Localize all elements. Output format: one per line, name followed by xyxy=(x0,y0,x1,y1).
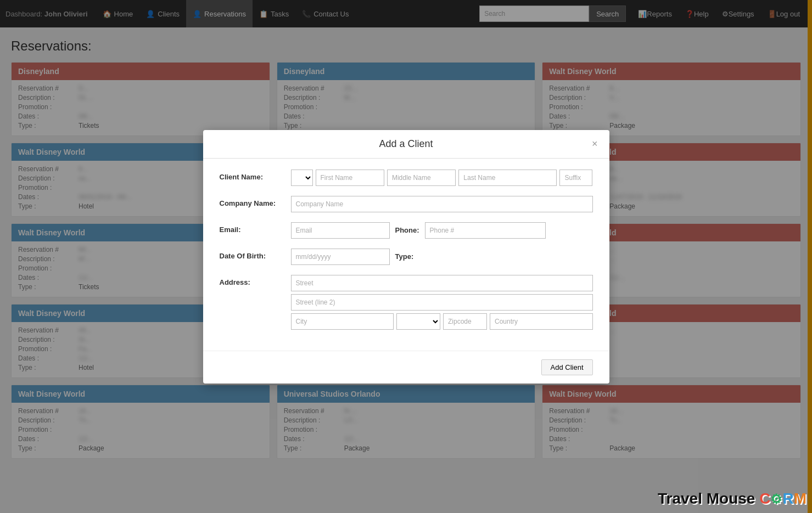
client-name-row: Client Name: Mr. Mrs. Ms. Dr. xyxy=(220,170,593,186)
country-input[interactable] xyxy=(490,313,593,330)
city-input[interactable] xyxy=(291,313,394,330)
modal-header: Add a Client × xyxy=(203,130,609,159)
middle-name-input[interactable] xyxy=(387,170,456,186)
modal-close-button[interactable]: × xyxy=(589,137,601,151)
add-client-button[interactable]: Add Client xyxy=(541,359,593,375)
add-client-modal: Add a Client × Client Name: Mr. Mrs. Ms.… xyxy=(203,130,609,384)
email-phone-row: Email: Phone: xyxy=(220,222,593,239)
type-label: Type: xyxy=(395,252,414,261)
modal-footer: Add Client xyxy=(203,351,609,384)
company-row: Company Name: xyxy=(220,196,593,212)
dob-input[interactable] xyxy=(291,249,390,265)
state-select[interactable]: ALAKAZCA FLNYTX xyxy=(396,313,440,330)
title-select[interactable]: Mr. Mrs. Ms. Dr. xyxy=(291,170,313,186)
last-name-input[interactable] xyxy=(458,170,557,186)
street2-input[interactable] xyxy=(291,294,593,311)
address-row: Address: ALAKAZCA FLNYTX xyxy=(220,275,593,330)
first-name-input[interactable] xyxy=(316,170,384,186)
client-name-label: Client Name: xyxy=(220,170,291,181)
phone-input[interactable] xyxy=(425,222,546,239)
email-phone-fields: Phone: xyxy=(291,222,593,239)
modal-overlay: Add a Client × Client Name: Mr. Mrs. Ms.… xyxy=(0,0,812,470)
city-state-zip-country: ALAKAZCA FLNYTX xyxy=(291,313,593,330)
company-name-input[interactable] xyxy=(291,196,593,212)
dob-type-fields: Type: xyxy=(291,249,593,265)
zip-input[interactable] xyxy=(443,313,487,330)
company-label: Company Name: xyxy=(220,196,291,207)
email-input[interactable] xyxy=(291,222,390,239)
address-label: Address: xyxy=(220,275,291,286)
modal-title: Add a Client xyxy=(379,138,433,150)
street-input[interactable] xyxy=(291,275,593,291)
email-label: Email: xyxy=(220,222,291,234)
suffix-input[interactable] xyxy=(559,170,592,186)
client-name-fields: Mr. Mrs. Ms. Dr. xyxy=(291,170,593,186)
dob-label: Date Of Birth: xyxy=(220,249,291,260)
modal-body: Client Name: Mr. Mrs. Ms. Dr. xyxy=(203,159,609,351)
address-fields: ALAKAZCA FLNYTX xyxy=(291,275,593,330)
phone-label: Phone: xyxy=(395,226,419,234)
dob-type-row: Date Of Birth: Type: xyxy=(220,249,593,265)
company-fields xyxy=(291,196,593,212)
